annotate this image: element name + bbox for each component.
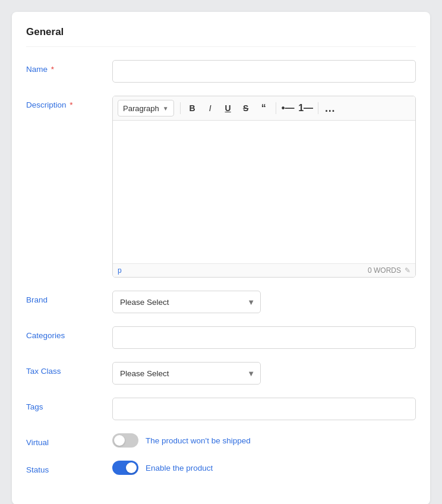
paragraph-label: Paragraph (123, 104, 159, 113)
tax-class-row: Tax Class Please Select ▼ (26, 362, 416, 385)
description-row: Description * Paragraph ▼ B I U S “ •— (26, 96, 416, 278)
categories-input-wrap (112, 326, 416, 349)
name-input-wrap (112, 60, 416, 83)
edit-icon: ✎ (405, 266, 411, 275)
brand-row: Brand Please Select ▼ (26, 291, 416, 313)
categories-row: Categories (26, 326, 416, 349)
card-title: General (26, 26, 416, 47)
name-row: Name * (26, 60, 416, 83)
tags-row: Tags (26, 398, 416, 420)
virtual-toggle-wrap: The product won't be shipped (112, 433, 416, 448)
virtual-toggle-label: The product won't be shipped (146, 436, 251, 445)
tax-class-select-container: Please Select ▼ (112, 362, 261, 385)
underline-button[interactable]: U (220, 100, 236, 116)
virtual-toggle-slider (112, 433, 138, 448)
paragraph-select[interactable]: Paragraph ▼ (118, 100, 174, 116)
strikethrough-button[interactable]: S (238, 100, 254, 116)
brand-label: Brand (26, 291, 112, 304)
bullet-list-button[interactable]: •— (280, 100, 296, 116)
name-input[interactable] (112, 60, 416, 83)
status-toggle-row: Enable the product (112, 461, 416, 475)
virtual-toggle[interactable] (112, 433, 138, 448)
name-label: Name * (26, 60, 112, 74)
status-toggle-slider (112, 461, 138, 475)
description-required: * (68, 100, 73, 109)
virtual-label: Virtual (26, 433, 112, 447)
tax-class-select-wrap: Please Select ▼ (112, 362, 416, 385)
description-label: Description * (26, 96, 112, 109)
paragraph-chevron-icon: ▼ (163, 105, 169, 112)
quote-button[interactable]: “ (255, 100, 272, 116)
name-required: * (49, 65, 54, 74)
bold-button[interactable]: B (184, 100, 201, 116)
more-options-button[interactable]: … (322, 100, 339, 116)
status-toggle-wrap: Enable the product (112, 461, 416, 475)
brand-select-container: Please Select ▼ (112, 291, 261, 313)
editor-toolbar: Paragraph ▼ B I U S “ •— 1— … (113, 96, 415, 121)
tags-input-wrap (112, 398, 416, 420)
toolbar-divider-2 (276, 102, 276, 114)
word-count-area: 0 WORDS ✎ (368, 266, 411, 275)
categories-label: Categories (26, 326, 112, 340)
status-toggle[interactable] (112, 461, 138, 475)
word-count: 0 WORDS (368, 266, 401, 275)
status-toggle-label: Enable the product (146, 464, 213, 472)
toolbar-divider-3 (318, 102, 318, 114)
description-editor-wrap: Paragraph ▼ B I U S “ •— 1— … (112, 96, 416, 278)
virtual-toggle-row: The product won't be shipped (112, 433, 416, 448)
italic-button[interactable]: I (202, 100, 219, 116)
status-label: Status (26, 461, 112, 474)
status-row: Status Enable the product (26, 461, 416, 475)
ordered-list-button[interactable]: 1— (298, 100, 314, 116)
editor-footer: p 0 WORDS ✎ (113, 263, 415, 277)
brand-select[interactable]: Please Select (112, 291, 261, 313)
virtual-row: Virtual The product won't be shipped (26, 433, 416, 448)
general-card: General Name * Description * Paragraph ▼… (12, 12, 430, 504)
toolbar-divider-1 (180, 102, 181, 114)
tags-input[interactable] (112, 398, 416, 420)
tax-class-select[interactable]: Please Select (112, 362, 261, 385)
editor-wrapper: Paragraph ▼ B I U S “ •— 1— … (112, 96, 416, 278)
categories-input[interactable] (112, 326, 416, 349)
editor-body[interactable] (113, 121, 415, 263)
editor-paragraph-marker: p (118, 266, 122, 275)
brand-select-wrap: Please Select ▼ (112, 291, 416, 313)
tax-class-label: Tax Class (26, 362, 112, 376)
tags-label: Tags (26, 398, 112, 411)
